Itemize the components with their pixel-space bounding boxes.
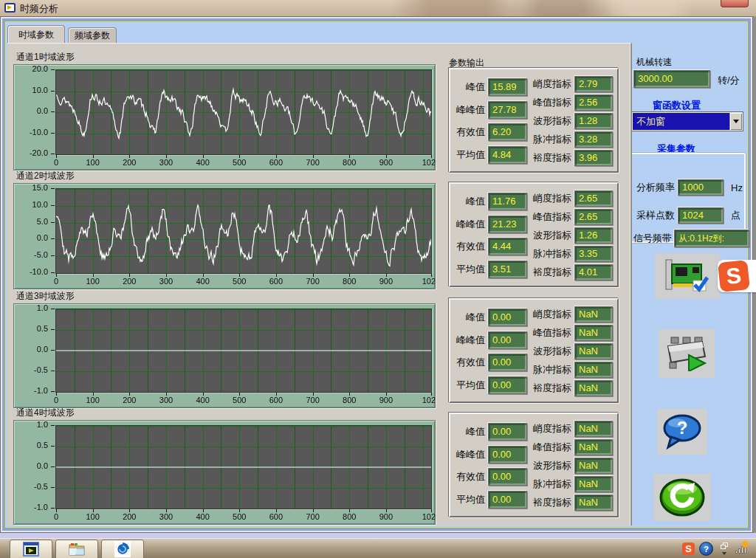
- y-tick: [51, 350, 55, 351]
- param-left-column: 峰值15.89峰峰值27.78有效值6.20平均值4.84: [450, 69, 527, 171]
- x-axis-label: 500: [224, 396, 254, 404]
- reset-button[interactable]: [653, 474, 711, 521]
- param-row: 波形指标NaN: [527, 458, 613, 474]
- y-tick: [51, 154, 55, 154]
- param-row: 有效值4.44: [452, 238, 527, 255]
- x-axis-label: 0: [41, 512, 71, 521]
- param-value-indicator: 6.20: [488, 123, 527, 141]
- x-tick: [239, 509, 240, 512]
- tray-expand-arrow-icon[interactable]: [722, 552, 726, 555]
- labview-app-icon: [4, 3, 16, 13]
- y-axis-label: -5.0: [14, 250, 48, 261]
- x-axis-label: 400: [188, 512, 218, 521]
- x-axis-label: 600: [261, 512, 291, 521]
- chevron-down-icon: [733, 120, 739, 123]
- y-tick: [51, 371, 55, 371]
- param-value-indicator: NaN: [574, 380, 613, 396]
- x-axis-label: 500: [224, 158, 254, 167]
- param-value-indicator: 0.00: [488, 446, 527, 464]
- param-label: 平均值: [452, 263, 485, 276]
- param-row: 峭度指标2.65: [527, 190, 613, 207]
- daq-card-check-button[interactable]: [655, 253, 720, 299]
- param-label: 峭度指标: [527, 78, 571, 91]
- x-axis-label: 600: [261, 396, 291, 404]
- param-group-ch3: 峰值0.00峰峰值0.00有效值0.00平均值0.00峭度指标NaN峰值指标Na…: [449, 298, 619, 403]
- y-tick: [51, 238, 55, 239]
- param-left-column: 峰值0.00峰峰值0.00有效值0.00平均值0.00: [450, 414, 527, 516]
- x-axis-label: 900: [371, 512, 401, 521]
- tab-frequency-domain[interactable]: 频域参数: [68, 27, 117, 43]
- param-value-indicator: 3.51: [488, 261, 527, 278]
- param-row: 峰峰值21.23: [452, 216, 527, 233]
- y-tick: [51, 508, 55, 509]
- x-tick: [56, 155, 57, 158]
- param-group-ch4: 峰值0.00峰峰值0.00有效值0.00平均值0.00峭度指标NaN峰值指标Na…: [449, 413, 619, 517]
- screen: 时频分析 时域参数 频域参数 通道1时域波形20.010.00.0-10.0-2…: [0, 0, 756, 558]
- taskbar-button-labview[interactable]: [10, 540, 52, 558]
- x-axis-label: 900: [371, 277, 401, 286]
- close-button[interactable]: [721, 0, 749, 7]
- param-value-indicator: NaN: [574, 343, 613, 359]
- window-title: 时频分析: [20, 2, 58, 16]
- param-label: 脉冲指标: [527, 363, 571, 376]
- plot-area: [55, 69, 432, 155]
- x-axis-label: 300: [151, 512, 181, 521]
- x-axis-label: 400: [188, 277, 218, 286]
- param-label: 峰值指标: [527, 96, 571, 109]
- window-fn-dropdown[interactable]: 不加窗: [632, 112, 743, 131]
- param-value-indicator: 2.65: [574, 209, 613, 225]
- y-tick: [51, 111, 55, 112]
- x-tick: [166, 155, 167, 158]
- sogou-tray-icon[interactable]: S: [682, 542, 695, 555]
- param-value-indicator: 0.00: [488, 354, 527, 371]
- param-value-indicator: 3.28: [574, 131, 613, 148]
- chart-title: 通道1时域波形: [16, 51, 436, 63]
- x-axis-label: 300: [151, 277, 181, 286]
- freq-input[interactable]: 1000: [678, 179, 724, 196]
- x-axis-label: 400: [188, 158, 218, 167]
- speed-input[interactable]: 3000.00: [633, 70, 710, 88]
- taskbar-button-browser[interactable]: [101, 540, 144, 558]
- x-tick: [166, 393, 167, 396]
- tab-time-domain[interactable]: 时域参数: [7, 25, 65, 43]
- y-axis-label: -20.0: [14, 148, 48, 159]
- x-tick: [276, 155, 277, 158]
- ime-badge[interactable]: S: [718, 260, 756, 292]
- param-row: 峰峰值27.78: [452, 101, 527, 119]
- y-tick: [51, 188, 55, 189]
- param-value-indicator: NaN: [574, 476, 613, 492]
- param-right-column: 峭度指标2.79峰值指标2.56波形指标1.28脉冲指标3.28裕度指标3.96: [527, 69, 617, 171]
- param-row: 峰值指标2.65: [527, 209, 613, 225]
- y-tick: [51, 205, 55, 206]
- x-axis-label: 700: [298, 512, 328, 521]
- band-label: 信号频带: [633, 232, 672, 245]
- param-row: 裕度指标NaN: [527, 380, 613, 396]
- dropdown-button[interactable]: [729, 113, 742, 130]
- x-axis-label: 800: [334, 158, 364, 167]
- x-axis-label: 900: [371, 158, 401, 167]
- restore-windows-icon[interactable]: [721, 542, 728, 549]
- x-axis-label: 0: [41, 277, 71, 286]
- points-input[interactable]: 1024: [678, 207, 724, 224]
- x-tick: [129, 509, 130, 512]
- param-label: 峰值: [452, 311, 485, 324]
- y-axis-label: 15.0: [14, 183, 48, 193]
- plot-area: [55, 309, 432, 393]
- param-row: 平均值0.00: [452, 491, 527, 509]
- param-row: 有效值0.00: [452, 468, 527, 486]
- help-tray-icon[interactable]: ?: [699, 542, 713, 556]
- waveform-graph: 1.00.50.0-0.5-1.001002003004005006007008…: [13, 303, 436, 408]
- x-tick: [313, 274, 314, 277]
- x-axis-label: 1023: [416, 158, 436, 167]
- taskbar-button-folder[interactable]: [55, 540, 98, 558]
- x-axis-label: 500: [224, 512, 254, 521]
- param-label: 峰值指标: [527, 210, 571, 224]
- help-button[interactable]: ?: [657, 409, 707, 455]
- y-axis-label: 20.0: [14, 64, 48, 75]
- y-axis-label: 0.5: [14, 441, 48, 451]
- x-tick: [349, 274, 350, 277]
- speed-unit: 转/分: [718, 74, 740, 87]
- x-axis-label: 300: [151, 158, 181, 167]
- start-acquisition-button[interactable]: [659, 329, 715, 378]
- y-axis-label: -1.0: [14, 503, 48, 513]
